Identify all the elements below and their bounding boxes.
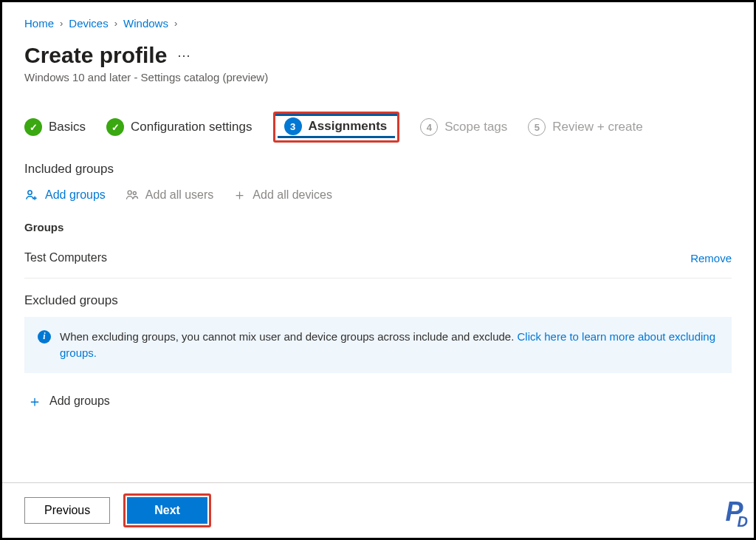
excluded-groups-title: Excluded groups bbox=[24, 293, 732, 308]
add-all-users-label: Add all users bbox=[145, 188, 214, 202]
add-all-devices-label: Add all devices bbox=[252, 188, 332, 202]
wizard-footer: Previous Next bbox=[2, 482, 754, 538]
step-label: Basics bbox=[49, 120, 86, 134]
plus-icon: ＋ bbox=[27, 394, 42, 409]
included-groups-title: Included groups bbox=[24, 162, 732, 177]
group-name: Test Computers bbox=[24, 251, 107, 264]
add-all-users-button[interactable]: Add all users bbox=[125, 188, 214, 202]
breadcrumb-windows[interactable]: Windows bbox=[123, 17, 168, 30]
checkmark-icon: ✓ bbox=[24, 118, 42, 136]
step-configuration-settings[interactable]: ✓ Configuration settings bbox=[106, 118, 252, 136]
people-icon bbox=[125, 188, 140, 202]
step-number-badge: 3 bbox=[284, 117, 302, 135]
remove-group-link[interactable]: Remove bbox=[690, 252, 732, 264]
step-review-create[interactable]: 5 Review + create bbox=[528, 118, 642, 136]
group-row: Test Computers Remove bbox=[24, 247, 732, 278]
step-label: Review + create bbox=[552, 120, 642, 134]
step-label: Assignments bbox=[309, 119, 388, 134]
add-excluded-groups-label: Add groups bbox=[49, 394, 110, 408]
step-assignments[interactable]: 3 Assignments bbox=[273, 112, 400, 143]
next-button[interactable]: Next bbox=[127, 497, 207, 524]
step-label: Configuration settings bbox=[131, 120, 252, 134]
more-options-button[interactable]: ··· bbox=[177, 48, 190, 64]
add-excluded-groups-button[interactable]: ＋ Add groups bbox=[24, 394, 732, 409]
included-actions: Add groups Add all users ＋ Add all devic… bbox=[24, 185, 732, 205]
svg-point-1 bbox=[128, 191, 131, 194]
breadcrumb-home[interactable]: Home bbox=[24, 17, 54, 30]
checkmark-icon: ✓ bbox=[106, 118, 124, 136]
step-scope-tags[interactable]: 4 Scope tags bbox=[420, 118, 507, 136]
info-banner: i When excluding groups, you cannot mix … bbox=[24, 317, 732, 373]
page-subtitle: Windows 10 and later - Settings catalog … bbox=[24, 71, 732, 83]
step-number-badge: 5 bbox=[528, 118, 546, 136]
page-title: Create profile bbox=[24, 43, 167, 68]
breadcrumb-devices[interactable]: Devices bbox=[69, 17, 108, 30]
info-icon: i bbox=[38, 330, 51, 344]
chevron-right-icon: › bbox=[57, 18, 66, 29]
info-message: When excluding groups, you cannot mix us… bbox=[60, 330, 518, 343]
add-groups-button[interactable]: Add groups bbox=[24, 188, 106, 202]
svg-point-2 bbox=[133, 192, 136, 195]
add-groups-label: Add groups bbox=[45, 188, 106, 202]
step-label: Scope tags bbox=[444, 120, 507, 134]
person-add-icon bbox=[24, 188, 39, 202]
plus-icon: ＋ bbox=[233, 185, 247, 205]
next-button-highlight: Next bbox=[123, 493, 211, 527]
breadcrumb: Home › Devices › Windows › bbox=[24, 17, 732, 30]
watermark-logo: PD bbox=[726, 496, 746, 530]
groups-column-header: Groups bbox=[24, 221, 732, 233]
info-text: When excluding groups, you cannot mix us… bbox=[60, 329, 718, 361]
svg-point-0 bbox=[28, 191, 32, 194]
wizard-steps: ✓ Basics ✓ Configuration settings 3 Assi… bbox=[24, 112, 732, 143]
chevron-right-icon: › bbox=[111, 18, 120, 29]
add-all-devices-button[interactable]: ＋ Add all devices bbox=[233, 185, 332, 205]
step-number-badge: 4 bbox=[420, 118, 438, 136]
previous-button[interactable]: Previous bbox=[24, 497, 110, 524]
step-basics[interactable]: ✓ Basics bbox=[24, 118, 86, 136]
chevron-right-icon: › bbox=[171, 18, 180, 29]
